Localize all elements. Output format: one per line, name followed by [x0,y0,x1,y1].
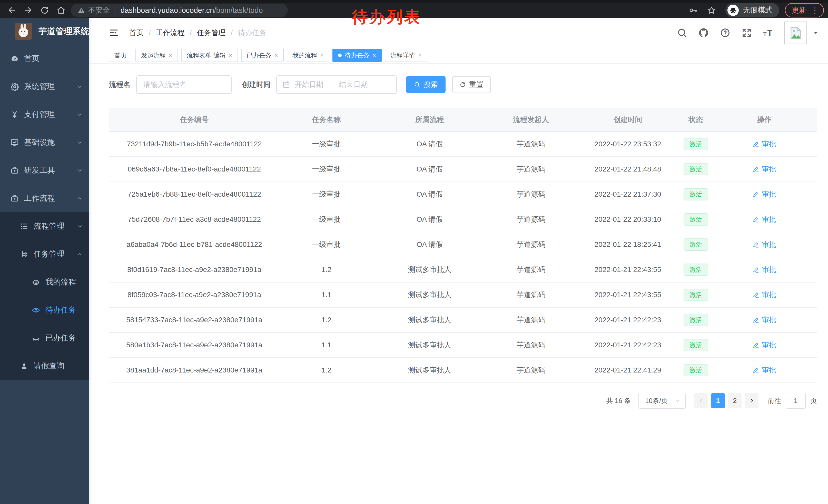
sidebar-item-8[interactable]: 我的流程 [0,268,89,296]
edit-icon [753,266,759,273]
breadcrumb-item[interactable]: 工作流程 [156,28,185,38]
tab-4[interactable]: 我的流程× [287,49,329,62]
fontsize-icon[interactable]: TT [763,28,774,38]
sidebar-item-label: 首页 [24,53,40,64]
user-icon [20,362,29,370]
approve-label: 审批 [762,189,776,199]
tab-2[interactable]: 流程表单-编辑× [181,49,238,62]
breadcrumb-item[interactable]: 首页 [129,28,143,38]
search-icon[interactable] [677,28,688,38]
address-bar[interactable]: 不安全 dashboard.yudao.iocoder.cn /bpm/task… [71,4,288,17]
app-logo[interactable]: 芋道管理系统 [0,18,89,45]
cell-action: 审批 [712,340,817,350]
close-icon[interactable]: × [320,52,324,59]
question-icon[interactable] [720,28,731,38]
cell-initiator: 芋道源码 [486,215,576,224]
cell-id: 75d72608-7b7f-11ec-a3c8-acde48001122 [109,215,280,224]
approve-link[interactable]: 审批 [753,215,776,224]
tab-5[interactable]: 待办任务× [332,49,382,62]
column-header: 所属流程 [373,115,486,125]
cell-initiator: 芋道源码 [486,365,576,375]
approve-link[interactable]: 审批 [753,290,776,300]
yen-icon [10,110,19,119]
approve-link[interactable]: 审批 [753,365,776,375]
cell-action: 审批 [712,290,817,300]
sidebar-item-4[interactable]: 研发工具 [0,156,89,184]
date-range-picker[interactable]: 开始日期 - 结束日期 [276,75,397,94]
reload-icon[interactable] [36,4,53,17]
tree-icon [20,250,29,259]
reset-button[interactable]: 重置 [452,76,491,93]
close-icon[interactable]: × [229,52,233,59]
cell-process: 测试多审批人 [373,290,486,300]
edit-icon [753,241,759,248]
fullscreen-icon[interactable] [741,28,752,38]
goto-page-input[interactable] [786,393,806,409]
forward-icon[interactable] [20,4,36,17]
task-table: 任务编号任务名称所属流程流程发起人创建时间状态操作 73211d9d-7b9b-… [109,108,817,383]
search-button[interactable]: 搜索 [406,76,446,93]
tab-bar: 首页发起流程×流程表单-编辑×已办任务×我的流程×待办任务×流程详情× [89,48,828,63]
eye-icon [32,306,40,315]
cell-process: OA 请假 [373,215,486,224]
sidebar-item-7[interactable]: 任务管理 [0,240,89,268]
next-page-button[interactable] [745,393,758,408]
approve-link[interactable]: 审批 [753,340,776,350]
cell-status: 激活 [680,138,712,150]
table-row: 8f0d1619-7ac8-11ec-a9e2-a2380e71991a1.2测… [109,258,817,282]
avatar[interactable] [784,21,807,44]
tab-3[interactable]: 已办任务× [241,49,284,62]
breadcrumb-item[interactable]: 任务管理 [197,28,226,38]
page-button-1[interactable]: 1 [711,393,724,408]
page-unit-label: 页 [810,396,817,405]
tab-0[interactable]: 首页 [109,49,132,62]
tab-6[interactable]: 流程详情× [385,49,427,62]
approve-link[interactable]: 审批 [753,265,776,275]
caret-down-icon[interactable] [813,30,819,36]
cell-id: 381aa1dd-7ac8-11ec-a9e2-a2380e71991a [109,366,280,374]
page-size-select[interactable]: 10条/页 [638,393,686,409]
status-badge: 激活 [684,213,708,226]
approve-link[interactable]: 审批 [753,240,776,249]
close-icon[interactable]: × [275,52,278,59]
prev-page-button[interactable] [694,393,708,408]
approve-link[interactable]: 审批 [753,164,776,174]
github-icon[interactable] [698,28,709,38]
page-button-2[interactable]: 2 [728,393,742,408]
process-name-input[interactable] [136,75,232,94]
sidebar-item-11[interactable]: 请假查询 [0,352,89,380]
tab-label: 发起流程 [141,51,166,59]
breadcrumb: 首页/工作流程/任务管理/待办任务 [129,28,266,38]
tab-1[interactable]: 发起流程× [135,49,178,62]
sidebar-item-3[interactable]: 基础设施 [0,129,89,156]
sidebar-item-9[interactable]: 待办任务 [0,296,89,324]
sidebar-item-10[interactable]: 已办任务 [0,324,89,352]
approve-link[interactable]: 审批 [753,315,776,325]
hamburger-icon[interactable] [109,28,119,38]
browser-menu-button[interactable]: 更新 ⋮ [785,3,824,17]
status-badge: 激活 [684,238,708,251]
sidebar-item-2[interactable]: 支付管理 [0,100,89,129]
incognito-label: 无痕模式 [743,5,773,15]
sidebar-item-5[interactable]: 工作流程 [0,184,89,212]
active-tab-dot-icon [338,54,342,57]
sidebar-item-1[interactable]: 系统管理 [0,73,89,100]
home-icon[interactable] [53,4,69,17]
approve-link[interactable]: 审批 [753,189,776,199]
star-icon[interactable] [707,6,716,15]
close-icon[interactable]: × [418,52,422,59]
cell-process: 测试多审批人 [373,265,486,275]
close-icon[interactable]: × [169,52,172,59]
cell-process: OA 请假 [373,164,486,174]
cell-initiator: 芋道源码 [486,189,576,199]
sidebar-item-0[interactable]: 首页 [0,45,89,73]
table-row: 75d72608-7b7f-11ec-a3c8-acde48001122一级审批… [109,207,817,232]
key-icon[interactable] [689,6,698,15]
edit-icon [753,367,759,373]
close-icon[interactable]: × [372,52,376,59]
cell-status: 激活 [680,264,712,276]
sidebar-item-6[interactable]: 流程管理 [0,212,89,240]
approve-link[interactable]: 审批 [753,139,776,149]
back-icon[interactable] [4,4,20,17]
cell-created: 2022-01-21 22:43:55 [576,291,680,299]
